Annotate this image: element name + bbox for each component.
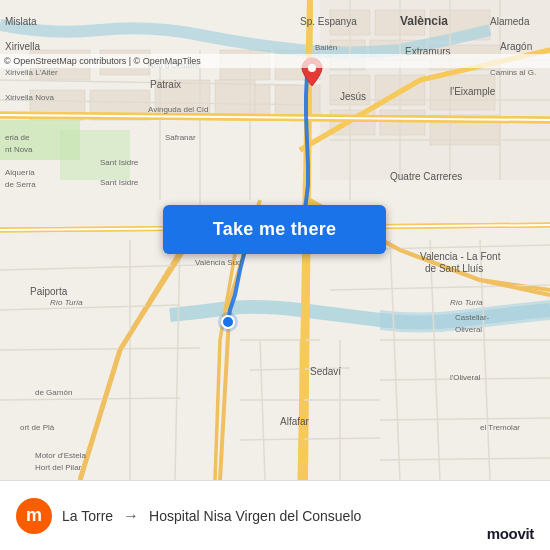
svg-text:Alameda: Alameda bbox=[490, 16, 530, 27]
svg-rect-12 bbox=[380, 110, 425, 135]
svg-text:Castellar-: Castellar- bbox=[455, 313, 490, 322]
svg-text:Paiporta: Paiporta bbox=[30, 286, 68, 297]
svg-text:Aragón: Aragón bbox=[500, 41, 532, 52]
svg-text:l'Oliveral: l'Oliveral bbox=[450, 373, 481, 382]
moovit-brand-text: moovit bbox=[487, 525, 534, 542]
svg-text:Sant Isidre: Sant Isidre bbox=[100, 158, 139, 167]
svg-point-102 bbox=[222, 316, 234, 328]
svg-text:Sp. Espanya: Sp. Espanya bbox=[300, 16, 357, 27]
svg-text:eria de: eria de bbox=[5, 133, 30, 142]
svg-text:Oliveral: Oliveral bbox=[455, 325, 482, 334]
svg-text:Motor d'Estela: Motor d'Estela bbox=[35, 451, 86, 460]
moovit-logo-icon: m bbox=[16, 498, 52, 534]
to-station: Hospital Nisa Virgen del Consuelo bbox=[149, 508, 534, 524]
svg-text:Xirivella Nova: Xirivella Nova bbox=[5, 93, 54, 102]
svg-text:Camins al G.: Camins al G. bbox=[490, 68, 536, 77]
map-container: València Extramurs Alameda Aragón Camins… bbox=[0, 0, 550, 480]
moovit-logo: moovit bbox=[487, 525, 534, 542]
svg-text:ort de Plà: ort de Plà bbox=[20, 423, 55, 432]
svg-text:Safranar: Safranar bbox=[165, 133, 196, 142]
svg-text:Xirivella: Xirivella bbox=[5, 41, 40, 52]
arrow-icon: → bbox=[123, 507, 139, 525]
svg-text:el Tremolar: el Tremolar bbox=[480, 423, 520, 432]
svg-text:de Serra: de Serra bbox=[5, 180, 36, 189]
svg-text:València Sud: València Sud bbox=[195, 258, 242, 267]
svg-text:de Gamón: de Gamón bbox=[35, 388, 72, 397]
svg-rect-25 bbox=[60, 130, 130, 180]
svg-text:Bailén: Bailén bbox=[315, 43, 337, 52]
svg-text:Mislata: Mislata bbox=[5, 16, 37, 27]
svg-text:nt Nova: nt Nova bbox=[5, 145, 33, 154]
map-attribution: © OpenStreetMap contributors | © OpenMap… bbox=[0, 54, 550, 68]
svg-text:Quatre Carreres: Quatre Carreres bbox=[390, 171, 462, 182]
svg-text:València: València bbox=[400, 14, 448, 28]
svg-text:Alquería: Alquería bbox=[5, 168, 35, 177]
button-label: Take me there bbox=[213, 219, 337, 240]
svg-text:Hort del Pilar: Hort del Pilar bbox=[35, 463, 82, 472]
svg-rect-23 bbox=[215, 80, 255, 115]
svg-text:Valencia - La Font: Valencia - La Font bbox=[420, 251, 501, 262]
from-station: La Torre bbox=[62, 508, 113, 524]
bottom-bar: m La Torre → Hospital Nisa Virgen del Co… bbox=[0, 480, 550, 550]
svg-text:Avinguda del Cid: Avinguda del Cid bbox=[148, 105, 208, 114]
svg-text:Río Turía: Río Turía bbox=[450, 298, 483, 307]
svg-text:Alfafar: Alfafar bbox=[280, 416, 310, 427]
svg-text:Río Turía: Río Turía bbox=[50, 298, 83, 307]
svg-text:de Sant Lluís: de Sant Lluís bbox=[425, 263, 483, 274]
svg-text:Xirivella L'Aiter: Xirivella L'Aiter bbox=[5, 68, 58, 77]
svg-text:Patraix: Patraix bbox=[150, 79, 181, 90]
svg-text:Jesús: Jesús bbox=[340, 91, 366, 102]
svg-text:l'Eixample: l'Eixample bbox=[450, 86, 496, 97]
svg-text:Sant Isidre: Sant Isidre bbox=[100, 178, 139, 187]
svg-text:Sedaví: Sedaví bbox=[310, 366, 341, 377]
take-me-there-button[interactable]: Take me there bbox=[163, 205, 386, 254]
